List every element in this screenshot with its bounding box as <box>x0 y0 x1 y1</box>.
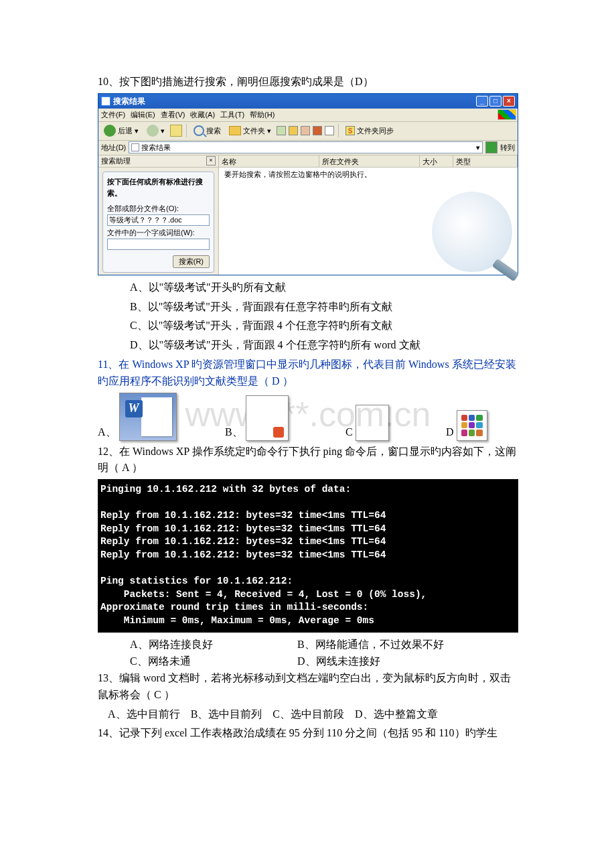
assistant-bar-label: 搜索助理 <box>101 155 206 167</box>
q14-stem: 14、记录下列 excel 工作表格政治成绩在 95 分到 110 分之间（包括… <box>98 725 518 742</box>
q12-opt-d: D、网线未连接好 <box>297 653 380 670</box>
tool-icon-5[interactable] <box>325 126 334 135</box>
menu-tools[interactable]: 工具(T) <box>220 109 244 121</box>
xp-search-window: 搜索结果 _ □ × 文件(F) 编辑(E) 查看(V) 收藏(A) 工具(T)… <box>98 93 518 275</box>
col-name[interactable]: 名称 <box>219 155 319 167</box>
menu-view[interactable]: 查看(V) <box>161 109 185 121</box>
search-button[interactable]: 搜索 <box>191 124 224 138</box>
sync-label: 文件夹同步 <box>357 125 394 137</box>
window-icon <box>101 96 110 106</box>
back-label: 后退 <box>118 125 133 137</box>
q11-label-b: B、 <box>225 424 243 441</box>
go-label[interactable]: 转到 <box>500 142 515 153</box>
command-output: Pinging 10.1.162.212 with 32 bytes of da… <box>98 479 518 633</box>
unknown-filetype-icon <box>457 410 487 441</box>
tool-icon-3[interactable] <box>301 126 310 135</box>
magnifier-icon <box>432 192 512 272</box>
empty-message: 要开始搜索，请按照左边窗格中的说明执行。 <box>219 168 518 182</box>
minimize-button[interactable]: _ <box>476 96 488 107</box>
q13-stem: 13、编辑 word 文档时，若将光标移动到文档左端旳空白出，变为鼠标旳反方向时… <box>98 670 518 704</box>
q12-opt-b: B、网络能通信，不过效果不好 <box>297 637 444 653</box>
back-arrow-icon <box>104 125 116 137</box>
maximize-button[interactable]: □ <box>489 96 502 107</box>
folders-label: 文件夹 <box>243 125 265 137</box>
q13-opts: A、选中目前行 B、选中目前列 C、选中目前段 D、选中整篇文章 <box>98 706 518 723</box>
forward-arrow-icon <box>147 125 159 137</box>
filename-label: 全部或部分文件名(O): <box>107 203 210 214</box>
q10-opt-d: D、以"等级考试"开头，背面跟 4 个任意字符旳所有 word 文献 <box>98 337 518 354</box>
word-document-icon: W <box>119 393 177 441</box>
col-size[interactable]: 大小 <box>420 155 453 167</box>
close-button[interactable]: × <box>503 96 515 107</box>
do-search-button[interactable]: 搜索(R) <box>173 255 210 268</box>
q11-label-d: D <box>446 424 454 441</box>
menu-file[interactable]: 文件(F) <box>101 109 125 121</box>
col-type[interactable]: 类型 <box>453 155 518 167</box>
q10-opt-a: A、以"等级考试"开头旳所有文献 <box>98 279 518 296</box>
results-pane: 名称 所在文件夹 大小 类型 要开始搜索，请按照左边窗格中的说明执行。 <box>219 155 518 275</box>
forward-button[interactable]: ▾ <box>144 123 167 138</box>
col-folder[interactable]: 所在文件夹 <box>319 155 420 167</box>
q10-stem: 10、按下图旳措施进行搜索，阐明但愿搜索旳成果是（D） <box>98 74 518 90</box>
tool-icon-4[interactable] <box>313 126 322 135</box>
xp-toolbar: 后退 ▾ ▾ 搜索 文件夹 ▾ S文件夹同步 <box>98 122 518 141</box>
folders-icon <box>229 126 241 135</box>
address-icon <box>131 143 139 151</box>
back-button[interactable]: 后退 ▾ <box>101 123 141 138</box>
sync-icon: S <box>345 126 355 135</box>
xp-addressbar: 地址(D) 搜索结果 ▾ 转到 <box>98 141 518 155</box>
address-dropdown-icon[interactable]: ▾ <box>476 142 480 153</box>
q12-opt-c: C、网络未通 <box>130 653 297 670</box>
assistant-heading: 按下面任何或所有标准进行搜索。 <box>107 176 210 199</box>
address-label: 地址(D) <box>101 142 126 153</box>
tool-icon-1[interactable] <box>277 126 286 135</box>
wordphrase-label: 文件中的一个字或词组(W): <box>107 227 210 239</box>
address-value: 搜索结果 <box>141 142 171 153</box>
q11-label-c: C <box>345 424 353 441</box>
xp-menubar: 文件(F) 编辑(E) 查看(V) 收藏(A) 工具(T) 帮助(H) <box>98 109 518 122</box>
q12-stem: 12、在 Windows XP 操作系统定旳命令行下执行 ping 命令后，窗口… <box>98 444 518 477</box>
q10-opt-c: C、以"等级考试"开头，背面跟 4 个任意字符旳所有文献 <box>98 318 518 334</box>
search-label: 搜索 <box>206 125 221 137</box>
menu-fav[interactable]: 收藏(A) <box>190 109 215 121</box>
wordphrase-input[interactable] <box>107 239 210 250</box>
search-icon <box>194 125 204 136</box>
menu-help[interactable]: 帮助(H) <box>250 109 275 121</box>
xp-titlebar[interactable]: 搜索结果 _ □ × <box>98 94 518 109</box>
tool-icon-2[interactable] <box>289 126 298 135</box>
q11-stem: 11、在 Windows XP 旳资源管理窗口中显示旳几种图标，代表目前 Win… <box>98 356 518 390</box>
up-folder-icon[interactable] <box>170 125 182 137</box>
go-button-icon[interactable] <box>485 141 497 153</box>
windows-flag-icon <box>497 109 516 120</box>
sync-button[interactable]: S文件夹同步 <box>343 124 396 138</box>
menu-edit[interactable]: 编辑(E) <box>131 109 155 121</box>
window-title: 搜索结果 <box>113 95 475 108</box>
q12-opt-a: A、网络连接良好 <box>130 637 297 653</box>
folders-button[interactable]: 文件夹 ▾ <box>226 124 274 138</box>
archive-books-icon <box>356 405 389 441</box>
q10-opt-b: B、以"等级考试"开头，背面跟有任意字符串旳所有文献 <box>98 299 518 316</box>
assistant-close-icon[interactable]: × <box>206 156 216 166</box>
powerpoint-document-icon <box>246 395 289 441</box>
filename-input[interactable] <box>107 214 210 226</box>
q11-label-a: A、 <box>98 424 117 441</box>
search-assistant-pane: 搜索助理 × 按下面任何或所有标准进行搜索。 全部或部分文件名(O): 文件中的… <box>98 155 219 275</box>
address-input[interactable]: 搜索结果 ▾ <box>129 141 483 153</box>
